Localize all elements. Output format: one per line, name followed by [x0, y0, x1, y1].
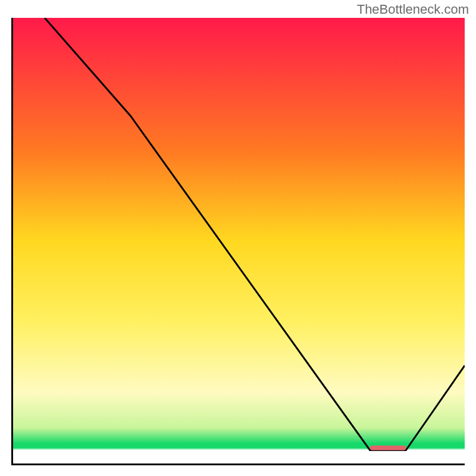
chart-svg	[13, 18, 465, 464]
chart-plot-area	[11, 18, 465, 465]
watermark-text: TheBottleneck.com	[357, 2, 469, 17]
chart-marker	[370, 446, 406, 450]
chart-background	[13, 18, 465, 464]
